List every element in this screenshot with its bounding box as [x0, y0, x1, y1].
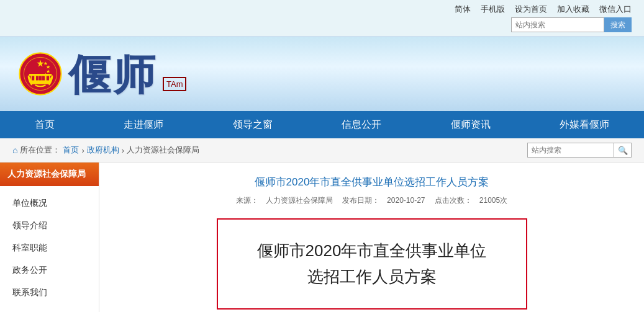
list-item: 联系我们: [0, 282, 99, 304]
sidebar-item-leadership[interactable]: 领导介绍: [0, 215, 99, 237]
list-item: 领导介绍: [0, 215, 99, 237]
article-meta: 来源：人力资源社会保障局 发布日期：2020-10-27 点击次数：21005次: [118, 195, 625, 206]
breadcrumb-sep1: ›: [81, 146, 84, 155]
top-search-row: 搜索: [511, 17, 632, 32]
sidebar-item-overview[interactable]: 单位概况: [0, 192, 99, 215]
content-area: 人力资源社会保障局 单位概况 领导介绍 科室职能 政务公开 联系我们 偃师市20…: [0, 163, 644, 312]
main-content: 偃师市2020年市直全供事业单位选招工作人员方案 来源：人力资源社会保障局 发布…: [99, 163, 644, 312]
sidebar: 人力资源社会保障局 单位概况 领导介绍 科室职能 政务公开 联系我们: [0, 163, 99, 312]
breadcrumb: ⌂ 所在位置： 首页 › 政府机构 › 人力资源社会保障局: [12, 145, 199, 156]
meta-date: 2020-10-27: [387, 196, 425, 205]
svg-rect-3: [29, 74, 52, 76]
sidebar-item-departments[interactable]: 科室职能: [0, 237, 99, 259]
header: 偃师 TAm: [0, 37, 644, 111]
link-bookmark[interactable]: 加入收藏: [557, 4, 589, 15]
breadcrumb-gov[interactable]: 政府机构: [87, 145, 119, 156]
article-title-link: 偃师市2020年市直全供事业单位选招工作人员方案: [118, 175, 625, 189]
breadcrumb-search: 🔍: [527, 143, 632, 158]
nav-media[interactable]: 外媒看偃师: [547, 111, 622, 138]
svg-rect-7: [42, 76, 45, 81]
svg-rect-4: [32, 76, 34, 81]
top-bar-links: 简体 手机版 设为首页 加入收藏 微信入口: [455, 4, 632, 15]
svg-rect-5: [36, 76, 39, 81]
article-title-anchor[interactable]: 偃师市2020年市直全供事业单位选招工作人员方案: [255, 176, 489, 188]
sidebar-menu: 单位概况 领导介绍 科室职能 政务公开 联系我们: [0, 186, 99, 310]
top-bar: 简体 手机版 设为首页 加入收藏 微信入口 搜索: [0, 0, 644, 37]
list-item: 政务公开: [0, 259, 99, 282]
link-set-homepage[interactable]: 设为首页: [515, 4, 547, 15]
main-nav: 首页 走进偃师 领导之窗 信息公开 偃师资讯 外媒看偃师: [0, 111, 644, 138]
breadcrumb-search-button[interactable]: 🔍: [614, 143, 632, 158]
breadcrumb-home[interactable]: 首页: [63, 145, 79, 156]
highlight-line1: 偃师市2020年市直全供事业单位: [230, 238, 514, 264]
top-search-button[interactable]: 搜索: [604, 17, 632, 32]
meta-views: 21005次: [479, 196, 507, 205]
top-search-input[interactable]: [511, 17, 604, 32]
link-mobile[interactable]: 手机版: [481, 4, 505, 15]
meta-source: 人力资源社会保障局: [266, 196, 333, 205]
home-icon: ⌂: [12, 145, 17, 155]
meta-views-label: 点击次数：: [435, 196, 472, 205]
nav-news[interactable]: 偃师资讯: [438, 111, 503, 138]
highlight-box: 偃师市2020年市直全供事业单位 选招工作人员方案: [217, 218, 527, 310]
nav-leadership[interactable]: 领导之窗: [220, 111, 285, 138]
sidebar-item-affairs[interactable]: 政务公开: [0, 259, 99, 282]
nav-about[interactable]: 走进偃师: [111, 111, 176, 138]
sidebar-title: 人力资源社会保障局: [0, 163, 99, 186]
svg-rect-6: [39, 76, 42, 81]
list-item: 单位概况: [0, 192, 99, 215]
list-item: 科室职能: [0, 237, 99, 259]
site-subtitle: TAm: [163, 77, 186, 91]
breadcrumb-bar: ⌂ 所在位置： 首页 › 政府机构 › 人力资源社会保障局 🔍: [0, 138, 644, 163]
nav-info[interactable]: 信息公开: [329, 111, 394, 138]
breadcrumb-current: 人力资源社会保障局: [127, 145, 199, 156]
highlight-line2: 选招工作人员方案: [230, 264, 514, 290]
breadcrumb-sep2: ›: [122, 146, 124, 155]
sidebar-item-contact[interactable]: 联系我们: [0, 282, 99, 304]
national-emblem-icon: [19, 52, 62, 96]
meta-date-label: 发布日期：: [342, 196, 379, 205]
breadcrumb-search-input[interactable]: [527, 143, 614, 158]
top-bar-right: 简体 手机版 设为首页 加入收藏 微信入口 搜索: [455, 4, 632, 32]
highlight-text: 偃师市2020年市直全供事业单位 选招工作人员方案: [230, 238, 514, 290]
header-logo: 偃师 TAm: [19, 52, 186, 96]
link-simplified[interactable]: 简体: [455, 4, 471, 15]
meta-source-label: 来源：: [236, 196, 258, 205]
breadcrumb-prefix: 所在位置：: [20, 145, 60, 156]
nav-home[interactable]: 首页: [22, 111, 67, 138]
svg-rect-8: [47, 76, 49, 81]
link-wechat[interactable]: 微信入口: [599, 4, 632, 15]
site-name: 偃师: [68, 54, 158, 96]
